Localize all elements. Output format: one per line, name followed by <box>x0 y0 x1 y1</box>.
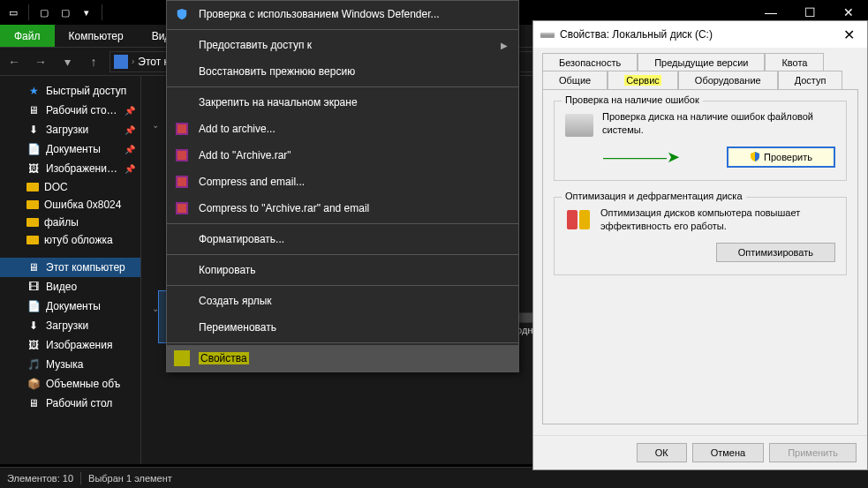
dialog-title: Свойства: Локальный диск (C:) <box>560 28 832 41</box>
sidebar-item-error[interactable]: Ошибка 0х8024 <box>0 196 140 214</box>
button-label: Проверить <box>764 152 812 162</box>
address-text: Этот к <box>138 56 168 68</box>
sidebar-item-pictures[interactable]: 🖼Изображени…📌 <box>0 159 140 178</box>
sidebar-item-desktop[interactable]: 🖥Рабочий сто…📌 <box>0 101 140 120</box>
button-label: Оптимизировать <box>738 247 813 258</box>
sidebar-item-label: Быстрый доступ <box>46 85 126 97</box>
sidebar-item-downloads2[interactable]: ⬇Загрузки <box>0 316 140 335</box>
folder-icon <box>26 218 39 227</box>
ctx-share[interactable]: Предоставить доступ к▶ <box>167 32 518 58</box>
tab-panel: Проверка на наличие ошибок Проверка диск… <box>542 89 858 424</box>
sidebar-item-music[interactable]: 🎵Музыка <box>0 355 140 374</box>
documents-icon: 📄 <box>26 299 41 313</box>
sidebar-item-label: файлы <box>44 216 79 229</box>
tab-previous-versions[interactable]: Предыдущие версии <box>638 53 765 71</box>
sidebar-item-pictures2[interactable]: 🖼Изображения <box>0 335 140 355</box>
ctx-compress-email[interactable]: Compress and email... <box>167 169 518 195</box>
tab-security[interactable]: Безопасность <box>542 53 638 71</box>
star-icon: ★ <box>26 84 41 98</box>
cancel-button[interactable]: Отмена <box>692 443 764 462</box>
sidebar-item-label: Изображени… <box>46 162 117 175</box>
context-menu: Проверка с использованием Windows Defend… <box>166 0 519 372</box>
ctx-label: Копировать <box>199 264 256 276</box>
ctx-restore-version[interactable]: Восстановить прежнюю версию <box>167 58 518 85</box>
tab-sharing[interactable]: Доступ <box>778 71 843 90</box>
svg-rect-11 <box>579 210 590 229</box>
ctx-label: Compress and email... <box>199 176 305 188</box>
sidebar-quick-access[interactable]: ★ Быстрый доступ <box>0 81 140 101</box>
sidebar-item-label: DOC <box>44 181 68 193</box>
status-item-count: Элементов: 10 <box>7 473 73 484</box>
monitor-icon: 🖥 <box>26 103 41 117</box>
dialog-buttons: ОК Отмена Применить <box>533 435 867 469</box>
ctx-create-shortcut[interactable]: Создать ярлык <box>167 288 518 314</box>
download-icon: ⬇ <box>26 123 41 137</box>
annotation-arrow-icon: ――――➤ <box>565 147 718 167</box>
uac-shield-icon <box>750 152 760 162</box>
chevron-right-icon: › <box>132 56 134 66</box>
sidebar-item-label: Изображения <box>46 339 112 351</box>
drive-icon <box>540 27 555 41</box>
folder-icon <box>26 200 39 209</box>
pc-icon: 🖥 <box>26 260 41 274</box>
ok-button[interactable]: ОК <box>637 443 687 462</box>
apply-button[interactable]: Применить <box>769 443 857 462</box>
folder-icon <box>26 236 39 244</box>
ctx-pin-to-start[interactable]: Закрепить на начальном экране <box>167 89 518 116</box>
sidebar-item-desktop2[interactable]: 🖥Рабочий стол <box>0 394 140 413</box>
pin-icon: 📌 <box>125 145 135 154</box>
music-icon: 🎵 <box>26 357 41 372</box>
up-button[interactable]: ↑ <box>83 51 104 72</box>
qat-dropdown[interactable]: ▾ <box>77 3 96 22</box>
sidebar-item-files[interactable]: файлы <box>0 214 140 231</box>
group-label: Оптимизация и дефрагментация диска <box>562 191 746 201</box>
properties-dialog: Свойства: Локальный диск (C:) ✕ Безопасн… <box>532 20 868 470</box>
ctx-properties[interactable]: Свойства <box>167 345 518 372</box>
qat-btn-2[interactable]: ▢ <box>56 3 75 22</box>
ribbon-tab-computer[interactable]: Компьютер <box>55 25 138 47</box>
tab-quota[interactable]: Квота <box>765 53 824 71</box>
ctx-add-archive[interactable]: Add to archive... <box>167 116 518 142</box>
ctx-label: Закрепить на начальном экране <box>199 96 358 109</box>
svg-rect-5 <box>177 177 186 186</box>
sidebar-item-downloads[interactable]: ⬇Загрузки📌 <box>0 120 140 139</box>
sidebar-item-label: ютуб обложка <box>44 234 113 246</box>
ctx-label: Форматировать... <box>199 233 284 245</box>
ctx-format[interactable]: Форматировать... <box>167 226 518 252</box>
chevron-down-icon[interactable]: ⌄ <box>152 120 159 130</box>
ctx-label: Add to archive... <box>199 123 275 135</box>
tab-general[interactable]: Общие <box>542 71 608 90</box>
sidebar-item-videos[interactable]: 🎞Видео <box>0 277 140 297</box>
dialog-close-button[interactable]: ✕ <box>837 23 860 46</box>
pictures-icon: 🖼 <box>26 338 41 352</box>
sidebar-item-label: Видео <box>46 281 77 293</box>
sidebar-item-doc[interactable]: DOC <box>0 178 140 196</box>
group-text: Проверка диска на наличие ошибок файлово… <box>602 110 835 138</box>
sidebar-item-documents[interactable]: 📄Документы📌 <box>0 139 140 159</box>
ctx-add-archive-rar[interactable]: Add to "Archive.rar" <box>167 142 518 169</box>
ribbon-tab-file[interactable]: Файл <box>0 25 55 47</box>
rar-icon <box>174 200 190 216</box>
sidebar-this-pc[interactable]: 🖥 Этот компьютер <box>0 258 140 277</box>
forward-button[interactable]: → <box>30 51 51 72</box>
ctx-label: Предоставить доступ к <box>199 39 312 51</box>
ctx-compress-rar-email[interactable]: Compress to "Archive.rar" and email <box>167 195 518 221</box>
ctx-defender-scan[interactable]: Проверка с использованием Windows Defend… <box>167 1 518 27</box>
ctx-label: Add to "Archive.rar" <box>199 149 291 161</box>
history-dropdown[interactable]: ▾ <box>57 51 78 72</box>
chevron-down-icon[interactable]: ⌄ <box>152 304 159 313</box>
rar-icon <box>174 174 190 190</box>
ctx-copy[interactable]: Копировать <box>167 257 518 283</box>
tab-hardware[interactable]: Оборудование <box>678 71 778 90</box>
sidebar-item-3d[interactable]: 📦Объемные объ <box>0 374 140 394</box>
sidebar-item-youtube[interactable]: ютуб обложка <box>0 231 140 249</box>
back-button[interactable]: ← <box>4 51 25 72</box>
check-button[interactable]: Проверить <box>727 146 835 168</box>
optimize-button[interactable]: Оптимизировать <box>716 243 835 262</box>
sidebar-item-label: Документы <box>46 300 101 312</box>
tab-tools[interactable]: Сервис <box>608 71 678 90</box>
qat-btn-1[interactable]: ▢ <box>34 3 54 22</box>
group-text: Оптимизация дисков компьютера повышает э… <box>600 206 835 234</box>
ctx-rename[interactable]: Переименовать <box>167 314 518 341</box>
sidebar-item-documents2[interactable]: 📄Документы <box>0 297 140 316</box>
